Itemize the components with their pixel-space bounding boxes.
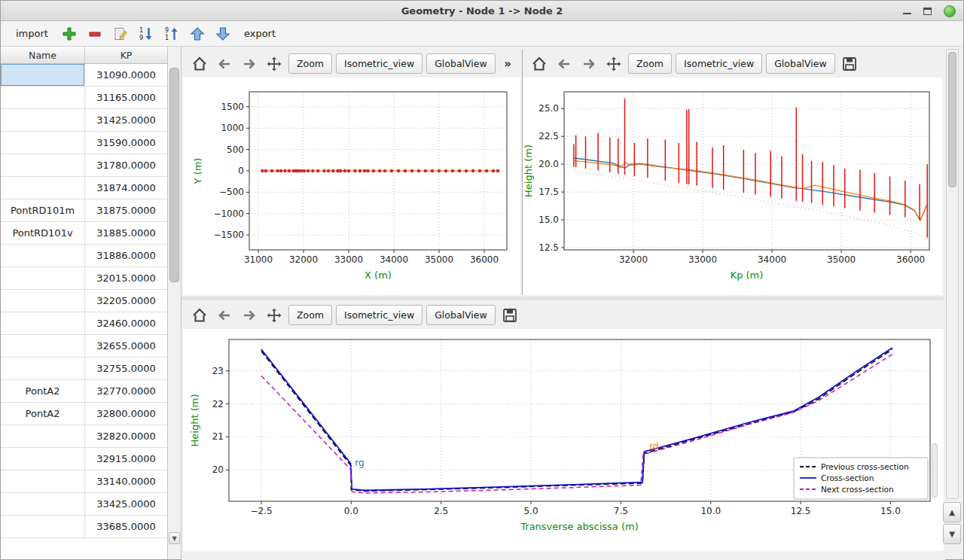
cell-kp[interactable]: 33140.0000 bbox=[85, 470, 167, 492]
cell-name[interactable] bbox=[1, 87, 85, 108]
cell-kp[interactable]: 31885.0000 bbox=[85, 222, 167, 244]
cell-kp[interactable]: 31590.0000 bbox=[85, 132, 167, 154]
isometric-view-button[interactable]: Isometric_view bbox=[676, 53, 762, 74]
table-row[interactable]: 32655.0000 bbox=[1, 335, 167, 358]
pan-button[interactable] bbox=[264, 305, 285, 326]
table-scroll-down-icon[interactable]: ▼ bbox=[169, 532, 180, 544]
table-row[interactable]: 31090.0000 bbox=[1, 64, 167, 87]
cell-name[interactable] bbox=[1, 267, 85, 289]
cell-kp[interactable]: 32800.0000 bbox=[85, 403, 167, 425]
cell-kp[interactable]: 32655.0000 bbox=[85, 335, 167, 357]
cell-kp[interactable]: 31875.0000 bbox=[85, 199, 167, 221]
table-row[interactable]: 32915.0000 bbox=[1, 448, 167, 470]
move-up-button[interactable] bbox=[187, 23, 208, 44]
plan-view-chart[interactable]: 310003200033000340003500036000−1500−1000… bbox=[183, 78, 519, 294]
cell-kp[interactable]: 32770.0000 bbox=[85, 380, 167, 402]
table-row[interactable]: PontRD101v31885.0000 bbox=[1, 222, 167, 245]
home-button[interactable] bbox=[529, 53, 550, 75]
column-header-kp[interactable]: KP bbox=[85, 47, 167, 63]
import-button[interactable]: import bbox=[10, 25, 54, 42]
forward-button[interactable] bbox=[239, 305, 260, 326]
table-row[interactable]: 31590.0000 bbox=[1, 132, 167, 154]
cell-kp[interactable]: 31874.0000 bbox=[85, 177, 167, 199]
cell-name[interactable] bbox=[1, 448, 85, 470]
cell-kp[interactable]: 33425.0000 bbox=[85, 493, 167, 515]
close-icon[interactable] bbox=[944, 5, 956, 17]
table-scrollbar-thumb[interactable] bbox=[169, 68, 179, 282]
table-row[interactable]: 32205.0000 bbox=[1, 290, 167, 312]
table-row[interactable]: 32755.0000 bbox=[1, 358, 167, 380]
column-header-name[interactable]: Name bbox=[1, 47, 85, 63]
home-button[interactable] bbox=[189, 53, 210, 75]
home-button[interactable] bbox=[189, 305, 210, 326]
cell-name[interactable] bbox=[1, 470, 85, 492]
table-row[interactable]: 31425.0000 bbox=[1, 109, 167, 132]
zoom-button[interactable]: Zoom bbox=[288, 305, 332, 325]
sort-descending-button[interactable]: 19 bbox=[136, 23, 157, 44]
table-row[interactable]: 32015.0000 bbox=[1, 267, 167, 290]
cell-kp[interactable]: 31090.0000 bbox=[85, 64, 167, 86]
scroll-up-button[interactable]: ▲ bbox=[943, 502, 961, 522]
table-row[interactable]: PontRD101m31875.0000 bbox=[1, 199, 167, 222]
cell-kp[interactable]: 31165.0000 bbox=[85, 87, 167, 108]
table-scrollbar[interactable]: ▼ bbox=[168, 47, 182, 559]
back-button[interactable] bbox=[214, 305, 235, 326]
cell-name[interactable] bbox=[1, 516, 85, 537]
cell-name[interactable] bbox=[1, 290, 85, 312]
cell-name[interactable] bbox=[1, 312, 85, 334]
maximize-icon[interactable] bbox=[923, 8, 932, 15]
global-view-button[interactable]: GlobalView bbox=[426, 53, 496, 74]
isometric-view-button[interactable]: Isometric_view bbox=[336, 53, 423, 74]
cell-name[interactable] bbox=[1, 109, 85, 131]
global-view-button[interactable]: GlobalView bbox=[766, 53, 835, 74]
export-button[interactable]: export bbox=[238, 25, 282, 42]
cell-name[interactable] bbox=[1, 425, 85, 447]
pan-button[interactable] bbox=[264, 53, 285, 75]
profile-chart[interactable]: 320003300034000350003600012.515.017.520.… bbox=[523, 78, 941, 294]
toolbar-overflow-icon[interactable]: » bbox=[501, 57, 514, 71]
titlebar[interactable]: Geometry - Node 1 -> Node 2 bbox=[1, 1, 963, 21]
cell-name[interactable] bbox=[1, 358, 85, 379]
cross-section-chart[interactable]: −2.50.02.55.07.510.012.515.020212223Tran… bbox=[183, 329, 942, 549]
table-row[interactable]: 33425.0000 bbox=[1, 493, 167, 516]
table-row[interactable]: 33685.0000 bbox=[1, 516, 167, 538]
cell-name[interactable] bbox=[1, 177, 85, 199]
cell-kp[interactable]: 32015.0000 bbox=[85, 267, 167, 289]
cell-kp[interactable]: 31780.0000 bbox=[85, 154, 167, 176]
back-button[interactable] bbox=[554, 53, 575, 75]
save-button[interactable] bbox=[499, 305, 520, 326]
main-scrollbar[interactable] bbox=[946, 49, 959, 499]
cell-name[interactable] bbox=[1, 493, 85, 515]
sort-ascending-button[interactable]: 91 bbox=[161, 23, 182, 44]
cell-kp[interactable]: 31886.0000 bbox=[85, 245, 167, 266]
cell-name[interactable] bbox=[1, 245, 85, 266]
cell-name[interactable] bbox=[1, 154, 85, 176]
cell-kp[interactable]: 32755.0000 bbox=[85, 358, 167, 379]
horizontal-splitter[interactable] bbox=[182, 297, 944, 300]
cell-kp[interactable]: 33685.0000 bbox=[85, 516, 167, 537]
isometric-view-button[interactable]: Isometric_view bbox=[336, 305, 423, 325]
cell-kp[interactable]: 32820.0000 bbox=[85, 425, 167, 447]
global-view-button[interactable]: GlobalView bbox=[426, 305, 496, 325]
save-button[interactable] bbox=[839, 53, 860, 75]
minimize-icon[interactable] bbox=[903, 13, 911, 14]
table-row[interactable]: 32820.0000 bbox=[1, 425, 167, 448]
table-row[interactable]: PontA232770.0000 bbox=[1, 380, 167, 403]
cell-name[interactable]: PontA2 bbox=[1, 380, 85, 402]
cell-kp[interactable]: 32460.0000 bbox=[85, 312, 167, 334]
table-row[interactable]: 33140.0000 bbox=[1, 470, 167, 493]
edit-row-button[interactable] bbox=[110, 23, 131, 44]
cell-name[interactable]: PontRD101m bbox=[1, 199, 85, 221]
forward-button[interactable] bbox=[239, 53, 260, 75]
table-row[interactable]: 31780.0000 bbox=[1, 154, 167, 177]
zoom-button[interactable]: Zoom bbox=[628, 53, 672, 74]
forward-button[interactable] bbox=[578, 53, 599, 75]
pan-button[interactable] bbox=[603, 53, 624, 75]
table-row[interactable]: 31874.0000 bbox=[1, 177, 167, 199]
cell-name[interactable]: PontA2 bbox=[1, 403, 85, 425]
zoom-button[interactable]: Zoom bbox=[288, 53, 332, 74]
scroll-down-button[interactable]: ▼ bbox=[943, 524, 961, 544]
table-row[interactable]: PontA232800.0000 bbox=[1, 403, 167, 425]
bottom-panel-scrollbar[interactable] bbox=[932, 443, 938, 498]
back-button[interactable] bbox=[214, 53, 235, 75]
